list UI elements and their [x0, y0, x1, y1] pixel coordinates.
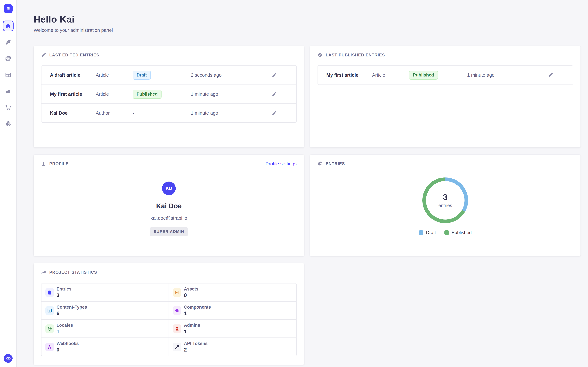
statistics-grid: Entries3 Assets0 Content-Types6 Componen… — [41, 283, 297, 356]
stat-value: 1 — [184, 328, 200, 334]
sidebar-item-marketplace[interactable] — [3, 102, 14, 113]
sidebar-divider — [0, 17, 17, 17]
entry-name: A draft article — [42, 72, 96, 78]
stat-locales: Locales1 — [42, 320, 169, 338]
stat-webhooks: Webhooks0 — [42, 338, 169, 356]
edit-entry-button[interactable] — [271, 91, 277, 97]
last-published-table: My first article Article Published 1 min… — [318, 65, 573, 85]
chart-legend: Draft Published — [419, 230, 472, 235]
stat-value: 2 — [184, 347, 208, 353]
pie-chart-icon — [318, 161, 322, 166]
sidebar-item-deploy[interactable] — [3, 86, 14, 97]
page-subtitle: Welcome to your administration panel — [34, 28, 580, 33]
sidebar-nav — [3, 21, 14, 129]
role-badge: SUPER ADMIN — [150, 227, 188, 236]
sidebar-divider — [0, 349, 17, 349]
stat-label: Admins — [184, 323, 200, 328]
card-header: PROJECT STATISTICS — [41, 270, 297, 275]
feather-icon — [5, 39, 11, 45]
stat-label: Components — [184, 305, 211, 310]
edit-entry-button[interactable] — [271, 72, 277, 78]
entry-name: My first article — [42, 92, 96, 97]
status-badge: Draft — [133, 71, 151, 80]
stat-admins: Admins1 — [169, 320, 296, 338]
key-icon — [175, 344, 180, 349]
stat-assets: Assets0 — [169, 284, 296, 302]
user-avatar[interactable]: KD — [4, 354, 13, 363]
entries-chart-card: ENTRIES 3 entries — [310, 155, 580, 256]
profile-avatar: KD — [162, 182, 176, 195]
last-edited-table: A draft article Article Draft 2 seconds … — [41, 65, 297, 123]
donut-center: 3 entries — [421, 176, 470, 225]
sidebar-item-settings[interactable] — [3, 118, 14, 129]
document-icon — [47, 290, 52, 295]
entry-time: 2 seconds ago — [191, 72, 258, 78]
entries-count-label: entries — [438, 203, 452, 208]
sidebar-bottom: KD — [0, 349, 16, 367]
globe-icon — [47, 326, 52, 331]
dashboard-grid: LAST EDITED ENTRIES A draft article Arti… — [34, 46, 580, 365]
strapi-admin-dashboard: KD Hello Kai Welcome to your administrat… — [0, 0, 588, 367]
picture-icon — [175, 290, 180, 295]
sidebar-item-home[interactable] — [3, 21, 14, 31]
pencil-icon — [548, 72, 553, 78]
entry-type: Article — [372, 72, 409, 78]
pencil-icon — [271, 110, 277, 116]
entry-type: Article — [96, 72, 133, 78]
cart-icon — [5, 104, 11, 111]
card-title: PROJECT STATISTICS — [49, 270, 97, 275]
entry-time: 1 minute ago — [191, 110, 258, 116]
home-icon — [5, 23, 11, 29]
entries-donut-chart: 3 entries — [421, 176, 470, 225]
legend-label: Published — [452, 230, 472, 235]
edit-entry-button[interactable] — [547, 72, 554, 78]
entry-time: 1 minute ago — [191, 92, 258, 97]
entries-chart-body: 3 entries Draft Published — [318, 166, 573, 235]
table-row[interactable]: A draft article Article Draft 2 seconds … — [42, 66, 296, 84]
table-row[interactable]: My first article Article Published 1 min… — [42, 84, 296, 103]
edit-entry-button[interactable] — [271, 110, 277, 116]
main-content: Hello Kai Welcome to your administration… — [17, 0, 588, 367]
empty-grid-cell — [310, 263, 580, 365]
stat-value: 1 — [184, 310, 211, 317]
layout-small-icon — [47, 308, 52, 313]
check-circle-icon — [318, 52, 322, 58]
profile-body: KD Kai Doe kai.doe@strapi.io SUPER ADMIN — [41, 167, 297, 236]
stat-label: Locales — [57, 323, 73, 328]
stat-content-types: Content-Types6 — [42, 302, 169, 320]
stat-label: Assets — [184, 287, 199, 292]
card-header: LAST EDITED ENTRIES — [41, 52, 297, 58]
stat-label: Content-Types — [57, 305, 87, 310]
sidebar-item-content-type-builder[interactable] — [3, 69, 14, 80]
sidebar-item-media-library[interactable] — [3, 53, 14, 64]
legend-item-draft: Draft — [419, 230, 436, 235]
stat-value: 1 — [57, 328, 73, 334]
entry-time: 1 minute ago — [467, 72, 535, 78]
published-swatch — [444, 230, 449, 235]
entry-type: Author — [96, 110, 133, 116]
last-edited-entries-card: LAST EDITED ENTRIES A draft article Arti… — [34, 46, 304, 147]
webhook-icon — [47, 344, 52, 349]
table-row[interactable]: Kai Doe Author - 1 minute ago — [42, 103, 296, 122]
entries-count: 3 — [443, 192, 448, 202]
card-header: ENTRIES — [318, 161, 573, 166]
person-icon — [175, 326, 180, 331]
legend-item-published: Published — [444, 230, 472, 235]
gear-icon — [5, 121, 11, 127]
strapi-logo-icon[interactable] — [4, 4, 13, 13]
stat-value: 0 — [57, 347, 79, 353]
card-header: LAST PUBLISHED ENTRIES — [318, 52, 573, 58]
profile-settings-link[interactable]: Profile settings — [266, 161, 297, 167]
sidebar: KD — [0, 0, 17, 367]
sidebar-item-content-manager[interactable] — [3, 37, 14, 48]
stat-label: API Tokens — [184, 341, 208, 346]
status-badge: Published — [133, 90, 162, 99]
last-published-entries-card: LAST PUBLISHED ENTRIES My first article … — [310, 46, 580, 147]
profile-card: PROFILE Profile settings KD Kai Doe kai.… — [34, 155, 304, 256]
stat-api-tokens: API Tokens2 — [169, 338, 296, 356]
pencil-icon — [41, 52, 46, 58]
layout-icon — [5, 72, 11, 78]
user-icon — [41, 161, 46, 166]
puzzle-icon — [175, 308, 180, 313]
table-row[interactable]: My first article Article Published 1 min… — [318, 66, 573, 84]
